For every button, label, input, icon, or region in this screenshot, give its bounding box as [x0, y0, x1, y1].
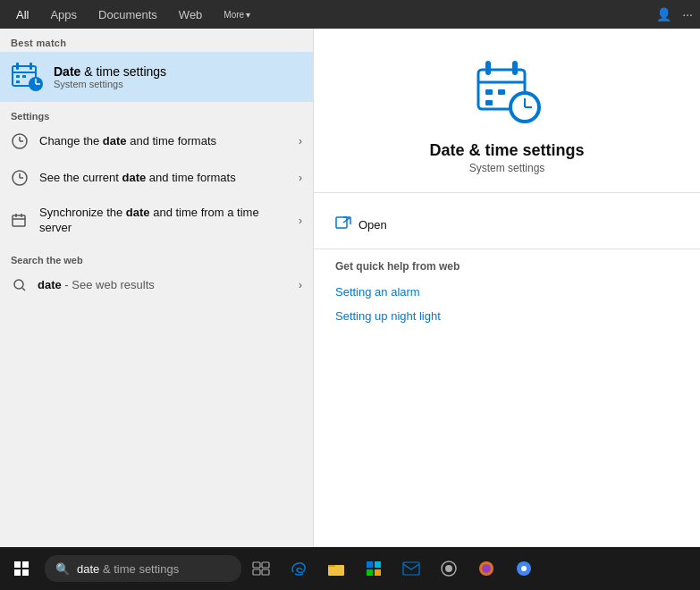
main-area: Best match Date & time sett [0, 29, 700, 590]
svg-point-53 [445, 565, 452, 572]
svg-rect-33 [336, 217, 347, 228]
chrome-button[interactable] [506, 551, 542, 586]
svg-rect-28 [485, 100, 493, 105]
svg-point-55 [482, 564, 491, 573]
best-match-text: Date & time settings System settings [54, 64, 166, 89]
calendar-icon-sync [11, 212, 29, 230]
svg-rect-40 [22, 569, 29, 576]
divider-2 [314, 249, 700, 249]
store-button[interactable] [356, 551, 392, 586]
quick-help-label: Get quick help from web [314, 257, 700, 280]
svg-rect-38 [22, 561, 29, 568]
nav-apps[interactable]: Apps [41, 4, 86, 25]
nav-documents[interactable]: Documents [89, 4, 166, 25]
settings-item-synchronize[interactable]: Synchronize the date and time from a tim… [0, 197, 313, 246]
svg-rect-23 [485, 61, 491, 75]
web-item-text: date - See web results [38, 278, 290, 291]
svg-line-21 [22, 288, 25, 291]
svg-rect-39 [14, 569, 21, 576]
user-icon[interactable]: 👤 [656, 7, 671, 21]
settings-group-label: Settings [0, 102, 313, 123]
svg-rect-24 [512, 61, 518, 75]
taskbar-search[interactable]: 🔍 date & time settings [45, 555, 241, 582]
right-panel-title: Date & time settings [429, 141, 584, 160]
date-settings-icon [11, 61, 43, 93]
top-nav: All Apps Documents Web More ▾ 👤 ··· [0, 0, 700, 29]
settings-item-change-formats[interactable]: Change the date and time formats › [0, 123, 313, 160]
svg-rect-5 [22, 75, 26, 78]
mail-button[interactable] [393, 551, 429, 586]
clock-icon-1 [11, 132, 29, 150]
best-match-item[interactable]: Date & time settings System settings [0, 52, 313, 102]
svg-rect-51 [403, 562, 419, 575]
svg-rect-37 [14, 561, 21, 568]
open-icon [335, 215, 351, 234]
right-panel: Date & time settings System settings Ope… [313, 29, 700, 590]
taskbar-search-text: date & time settings [77, 562, 179, 576]
nav-web[interactable]: Web [170, 4, 212, 25]
svg-point-57 [521, 566, 527, 571]
taskbar-search-icon: 🔍 [55, 562, 70, 576]
task-view-button[interactable] [243, 551, 279, 586]
svg-rect-44 [262, 569, 269, 575]
best-match-title: Date & time settings [54, 64, 166, 79]
chevron-icon-2: › [299, 172, 302, 184]
cortana-button[interactable] [431, 551, 467, 586]
top-nav-right: 👤 ··· [656, 7, 693, 21]
nav-all[interactable]: All [7, 4, 38, 25]
svg-rect-42 [262, 562, 269, 568]
divider-1 [314, 192, 700, 193]
svg-rect-48 [375, 561, 381, 568]
web-search-item[interactable]: date - See web results › [0, 267, 313, 303]
settings-item-text-1: Change the date and time formats [39, 134, 288, 149]
settings-item-text-2: See the current date and time formats [39, 171, 288, 186]
explorer-button[interactable] [318, 551, 354, 586]
right-panel-subtitle: System settings [469, 162, 545, 174]
search-web-label: Search the web [0, 246, 313, 267]
search-icon [11, 276, 29, 294]
svg-rect-49 [367, 569, 373, 576]
svg-rect-2 [30, 63, 32, 70]
quick-help-item-1[interactable]: Setting an alarm [314, 280, 700, 304]
svg-rect-6 [16, 80, 20, 83]
left-panel: Best match Date & time sett [0, 29, 313, 590]
svg-rect-41 [253, 562, 260, 568]
svg-rect-26 [485, 89, 493, 95]
nav-more[interactable]: More ▾ [215, 6, 259, 23]
svg-rect-27 [498, 89, 505, 95]
chevron-icon-3: › [299, 215, 302, 227]
open-button[interactable]: Open [314, 207, 700, 241]
svg-rect-1 [16, 63, 19, 70]
edge-button[interactable] [281, 551, 316, 586]
svg-rect-43 [253, 569, 260, 575]
svg-rect-47 [367, 561, 373, 568]
app-icon [471, 55, 543, 131]
svg-point-20 [14, 280, 23, 289]
best-match-subtitle: System settings [54, 79, 166, 89]
open-label-text: Open [358, 218, 387, 232]
firefox-button[interactable] [468, 551, 504, 586]
svg-rect-16 [13, 215, 25, 226]
chevron-icon-1: › [299, 135, 302, 148]
best-match-label: Best match [0, 29, 313, 52]
clock-icon-2 [11, 169, 29, 187]
settings-item-see-current[interactable]: See the current date and time formats › [0, 160, 313, 197]
more-options-icon[interactable]: ··· [682, 7, 693, 21]
svg-rect-46 [328, 565, 335, 567]
settings-item-text-3: Synchronize the date and time from a tim… [39, 206, 288, 236]
svg-rect-50 [375, 569, 381, 576]
svg-rect-4 [16, 75, 20, 78]
chevron-icon-web: › [299, 279, 302, 291]
taskbar: 🔍 date & time settings [0, 547, 700, 590]
start-button[interactable] [4, 551, 39, 586]
quick-help-item-2[interactable]: Setting up night light [314, 304, 700, 328]
